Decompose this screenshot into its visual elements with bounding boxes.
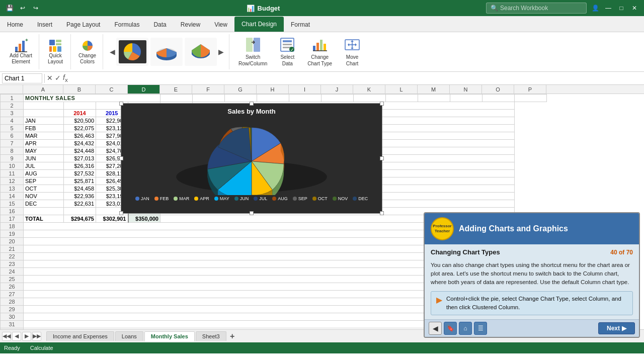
col-header-A[interactable]: A	[23, 85, 63, 94]
cell-1F[interactable]	[193, 95, 225, 102]
quick-save-icon[interactable]: 💾	[5, 4, 14, 13]
col-header-K[interactable]: K	[353, 85, 385, 94]
cell-1M[interactable]	[418, 95, 450, 102]
cell-1H[interactable]	[257, 95, 289, 102]
cell-1J[interactable]	[321, 95, 354, 102]
tab-insert[interactable]: Insert	[30, 18, 59, 32]
col-header-J[interactable]: J	[321, 85, 353, 94]
legend-dot-nov	[333, 197, 337, 201]
chart-style-3[interactable]	[185, 38, 217, 66]
tab-page-layout[interactable]: Page Layout	[59, 18, 107, 32]
tab-format[interactable]: Format	[284, 18, 317, 32]
cell-3A[interactable]	[24, 110, 64, 117]
insert-function-icon[interactable]: fx	[63, 73, 68, 83]
user-icon[interactable]: 👤	[591, 4, 600, 13]
col-header-H[interactable]: H	[257, 85, 289, 94]
change-colors-button[interactable]: ChangeColors	[76, 37, 99, 66]
cell-1N[interactable]	[450, 95, 482, 102]
legend-sep: SEP	[293, 196, 307, 201]
sheet-tab-loans[interactable]: Loans	[115, 331, 143, 341]
cell-2B[interactable]	[64, 102, 96, 110]
add-sheet-button[interactable]: +	[227, 331, 237, 341]
maximize-icon[interactable]: □	[617, 4, 626, 13]
cell-1E[interactable]	[160, 95, 193, 102]
move-chart-label: MoveChart	[346, 54, 358, 67]
sheet-tab-income[interactable]: Income and Expenses	[46, 331, 114, 341]
table-row: 1 MONTHLY SALES	[1, 95, 547, 102]
quick-layout-button[interactable]: QuickLayout	[44, 37, 66, 66]
tutorial-home-button[interactable]: ⌂	[459, 322, 472, 335]
col-header-P[interactable]: P	[514, 85, 546, 94]
chart-style-2[interactable]	[150, 38, 183, 66]
formula-input[interactable]	[70, 74, 642, 83]
cell-1I[interactable]	[289, 95, 321, 102]
chart-resize-right[interactable]	[380, 156, 384, 160]
tab-nav-last[interactable]: ▶▶	[32, 332, 41, 341]
move-chart-button[interactable]: MoveChart	[337, 35, 367, 69]
col-header-M[interactable]: M	[418, 85, 450, 94]
chart-resize-bottom[interactable]	[250, 211, 254, 215]
chart-resize-br[interactable]	[380, 211, 384, 215]
change-chart-type-button[interactable]: ChangeChart Type	[303, 35, 336, 69]
cell-1P[interactable]	[515, 95, 547, 102]
chart-resize-tr[interactable]	[380, 102, 384, 106]
select-data-button[interactable]: ✓ SelectData	[272, 35, 302, 69]
year-2014-header[interactable]: 2014	[64, 110, 96, 117]
close-icon[interactable]: ✕	[630, 4, 639, 13]
cell-2A[interactable]	[24, 102, 64, 110]
chart-style-prev[interactable]: ◀	[108, 38, 116, 66]
col-header-N[interactable]: N	[450, 85, 482, 94]
search-box[interactable]: 🔍	[486, 3, 587, 14]
tab-chart-design[interactable]: Chart Design	[234, 17, 284, 32]
chart-resize-bl[interactable]	[119, 211, 123, 215]
tab-home[interactable]: Home	[0, 18, 30, 32]
cell-1O[interactable]	[482, 95, 515, 102]
tab-review[interactable]: Review	[174, 18, 207, 32]
search-input[interactable]	[500, 5, 576, 12]
cell-1K[interactable]	[354, 95, 386, 102]
col-header-B[interactable]: B	[63, 85, 96, 94]
name-box[interactable]: Chart 1	[2, 73, 42, 83]
tutorial-next-button[interactable]: Next ▶	[598, 322, 635, 334]
chart-style-1[interactable]	[116, 38, 148, 66]
cell-jan-2014[interactable]: $20,500	[64, 117, 96, 125]
monthly-sales-title[interactable]: MONTHLY SALES	[24, 95, 160, 102]
col-header-O[interactable]: O	[482, 85, 514, 94]
cell-jan[interactable]: JAN	[24, 117, 64, 125]
chart-style-next[interactable]: ▶	[217, 38, 225, 66]
col-header-F[interactable]: F	[192, 85, 224, 94]
tab-data[interactable]: Data	[146, 18, 173, 32]
cancel-formula-icon[interactable]: ✕	[47, 74, 53, 82]
chart-container[interactable]: Sales by Month	[121, 103, 382, 214]
tab-nav-next[interactable]: ▶	[22, 332, 31, 341]
add-chart-element-button[interactable]: + Add ChartElement	[7, 37, 35, 66]
switch-row-column-button[interactable]: SwitchRow/Column	[234, 35, 271, 69]
redo-icon[interactable]: ↪	[31, 4, 40, 13]
sheet-tab-monthly-sales[interactable]: Monthly Sales	[144, 331, 195, 341]
tab-nav-prev[interactable]: ◀	[12, 332, 21, 341]
col-header-C[interactable]: C	[96, 85, 128, 94]
col-header-G[interactable]: G	[224, 85, 257, 94]
svg-rect-20	[283, 44, 292, 45]
col-header-L[interactable]: L	[385, 85, 418, 94]
svg-rect-16	[246, 38, 253, 52]
tutorial-bookmark-button[interactable]: 🔖	[444, 322, 457, 335]
tutorial-prev-button[interactable]: ◀	[429, 322, 442, 335]
confirm-formula-icon[interactable]: ✓	[55, 74, 61, 82]
chart-resize-tl[interactable]	[119, 102, 123, 106]
chart-resize-left[interactable]	[119, 156, 123, 160]
search-icon: 🔍	[491, 5, 498, 12]
tab-nav-first[interactable]: ◀◀	[2, 332, 11, 341]
tutorial-menu-button[interactable]: ☰	[474, 322, 487, 335]
chart-resize-top[interactable]	[250, 102, 254, 106]
tab-view[interactable]: View	[207, 18, 234, 32]
undo-icon[interactable]: ↩	[18, 4, 27, 13]
minimize-icon[interactable]: —	[604, 4, 613, 13]
cell-1G[interactable]	[225, 95, 257, 102]
sheet-tab-sheet3[interactable]: Sheet3	[196, 331, 226, 341]
col-header-E[interactable]: E	[160, 85, 192, 94]
cell-1L[interactable]	[386, 95, 418, 102]
tab-formulas[interactable]: Formulas	[107, 18, 146, 32]
col-header-D[interactable]: D	[128, 85, 160, 94]
col-header-I[interactable]: I	[289, 85, 321, 94]
